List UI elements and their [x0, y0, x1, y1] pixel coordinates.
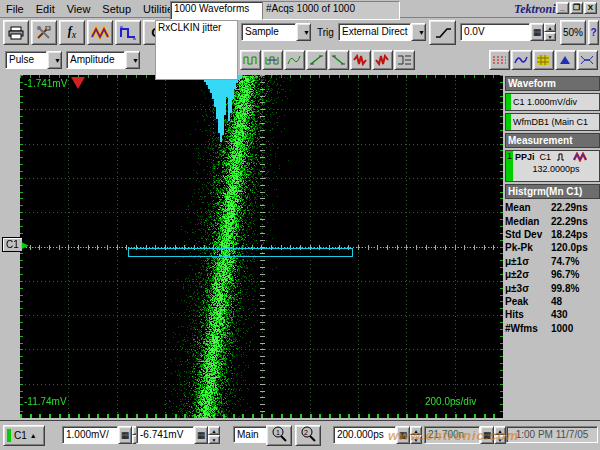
fall-time-icon — [331, 54, 346, 66]
timebase-mode-field[interactable]: Main — [233, 426, 267, 443]
stat-row: μ±1σ74.7% — [505, 255, 600, 268]
stat-label: μ±2σ — [505, 269, 551, 280]
color-wave-icon — [573, 152, 587, 162]
stat-label: Peak — [505, 296, 551, 307]
chevron-down-icon[interactable]: ▼ — [47, 51, 62, 69]
spin-up-icon[interactable]: ▲ — [208, 426, 220, 435]
histogram-button[interactable] — [555, 50, 576, 70]
vertical-scale-field[interactable]: 1.000mV/ — [62, 426, 118, 444]
magnifier-2-icon: 2 — [300, 426, 317, 442]
meas-period-button[interactable] — [284, 50, 305, 70]
printer-icon — [8, 26, 24, 40]
math-button[interactable]: fx — [59, 20, 85, 45]
cursors-button[interactable] — [489, 50, 510, 70]
measurement-item[interactable]: 1 PPJi C1 132.0000ps — [505, 150, 600, 182]
waveform-item-wfmdb[interactable]: WfmDB1 (Main C1 — [505, 113, 600, 131]
stat-row: Peak48 — [505, 295, 600, 308]
trig-label: Trig — [317, 27, 334, 38]
triangle-hist-icon — [558, 54, 573, 66]
stat-label: Hits — [505, 309, 551, 320]
measure-category-value: Pulse — [5, 51, 47, 69]
trigger-source-combo[interactable]: External Direct ▼ — [338, 23, 426, 41]
waveform-section-header: Waveform — [505, 76, 600, 91]
menu-view[interactable]: View — [67, 3, 91, 15]
trigger-slope-button[interactable] — [429, 20, 456, 45]
pulse-glyph-icon — [556, 152, 568, 162]
measure-type-combo[interactable]: Amplitude ▼ — [66, 51, 140, 69]
vertical-offset-field[interactable]: -6.741mV — [136, 426, 194, 444]
waveform-item-c1[interactable]: C1 1.000mV/div — [505, 93, 600, 111]
channel-select-label: C1 — [14, 430, 27, 441]
stat-row: Pk-Pk120.0ps — [505, 241, 600, 254]
channel-select-button[interactable]: C1 ▲ — [3, 425, 45, 446]
meas-fall-time-button[interactable] — [328, 50, 349, 70]
keypad-icon[interactable]: ▦ — [118, 426, 132, 444]
close-button[interactable]: X — [584, 2, 597, 14]
stat-value: 48 — [551, 296, 562, 307]
horizontal-scale-field[interactable]: 200.000ps — [333, 426, 396, 444]
trigger-level-stepper: ▲▼ — [544, 23, 556, 41]
menu-setup[interactable]: Setup — [102, 3, 131, 15]
timing-hist-icon — [397, 54, 412, 66]
meas-burst-button[interactable] — [350, 50, 371, 70]
sample-mode-combo[interactable]: Sample ▼ — [241, 23, 311, 41]
stat-row: #Wfms1000 — [505, 322, 600, 335]
channel-color-bar — [7, 429, 11, 442]
mask-test-button[interactable] — [533, 50, 554, 70]
minimize-button[interactable]: _ — [556, 2, 569, 14]
meas-cycle-button[interactable] — [372, 50, 393, 70]
rising-edge-icon — [434, 26, 452, 40]
zoom2-button[interactable]: 2 — [295, 425, 321, 446]
stat-row: μ±2σ96.7% — [505, 268, 600, 281]
stat-label: Mean — [505, 202, 551, 213]
cycle-burst-icon — [375, 54, 390, 66]
waveform-canvas[interactable] — [20, 75, 503, 418]
waveform-display-button[interactable] — [511, 50, 532, 70]
chevron-up-icon: ▲ — [30, 432, 37, 439]
chevron-down-icon[interactable]: ▼ — [411, 23, 426, 41]
waveform-define-button[interactable] — [87, 20, 113, 45]
measure-category-combo[interactable]: Pulse ▼ — [5, 51, 62, 69]
waveform-item-label: WfmDB1 (Main C1 — [513, 117, 588, 127]
zoom1-button[interactable]: 1 — [266, 425, 292, 446]
stat-value: 1000 — [551, 323, 573, 334]
spin-down-icon[interactable]: ▼ — [208, 435, 220, 444]
chevron-down-icon[interactable]: ▼ — [125, 51, 140, 69]
channel-position-marker[interactable]: C1 ▶ — [2, 237, 29, 252]
sample-mode-value: Sample — [241, 23, 296, 41]
keypad-icon[interactable]: ▦ — [530, 23, 544, 41]
spin-up-icon[interactable]: ▲ — [544, 23, 556, 32]
stat-value: 430 — [551, 309, 568, 320]
spin-down-icon[interactable]: ▼ — [544, 32, 556, 41]
acquisition-button[interactable] — [115, 20, 141, 45]
sine-icon — [514, 54, 529, 66]
trigger-level-field[interactable]: 0.0V — [460, 23, 530, 41]
print-button[interactable] — [3, 20, 29, 45]
pulse-train-icon — [243, 54, 258, 66]
clock-display: 1:00 PM 11/7/05 — [506, 426, 598, 443]
stat-label: μ±3σ — [505, 283, 551, 294]
meas-pos-width-button[interactable] — [240, 50, 261, 70]
graticule-display[interactable] — [20, 75, 503, 418]
meas-neg-width-button[interactable] — [262, 50, 283, 70]
fx-icon: fx — [68, 24, 76, 40]
chevron-down-icon[interactable]: ▼ — [296, 23, 311, 41]
stat-row: Hits430 — [505, 308, 600, 321]
menu-edit[interactable]: Edit — [36, 3, 55, 15]
stat-value: 22.29ns — [551, 202, 588, 213]
eye-diagram-button[interactable] — [577, 50, 598, 70]
menu-file[interactable]: File — [6, 3, 24, 15]
annotation-box[interactable]: RxCLKIN jitter — [155, 20, 238, 80]
channel-chip: C1 — [2, 237, 23, 252]
channel-arrow-icon: ▶ — [22, 240, 29, 250]
vertical-offset-stepper: ▲▼ — [208, 426, 220, 444]
tools-button[interactable] — [31, 20, 57, 45]
meas-rise-time-button[interactable] — [306, 50, 327, 70]
stat-label: Pk-Pk — [505, 242, 551, 253]
zoom-percent-button[interactable]: 50% — [560, 20, 586, 45]
meas-timing-button[interactable] — [394, 50, 415, 70]
stat-row: Mean22.29ns — [505, 201, 600, 214]
keypad-icon[interactable]: ▦ — [194, 426, 208, 444]
context-help-button[interactable]: ? — [588, 20, 599, 45]
restore-button[interactable]: ❐ — [570, 2, 583, 14]
